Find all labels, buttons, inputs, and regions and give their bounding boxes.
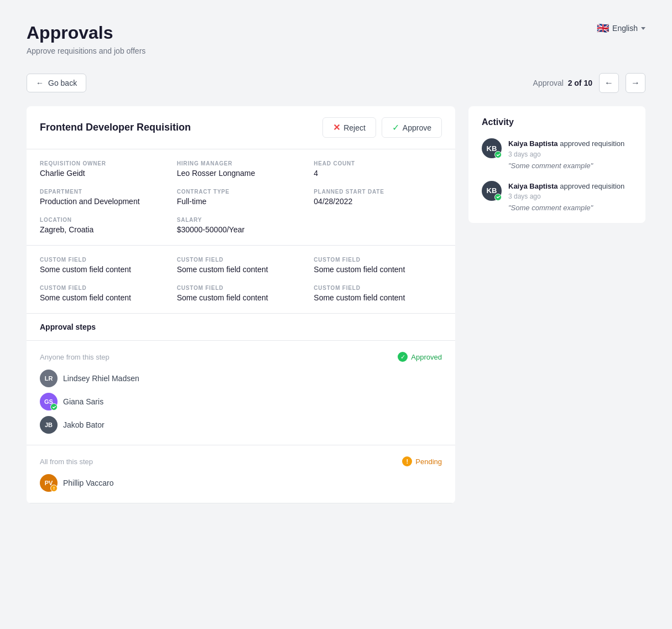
- fields-grid: REQUISITION OWNER Charlie Geidt HIRING M…: [40, 160, 442, 234]
- approver-name: Phillip Vaccaro: [63, 479, 114, 487]
- step-1-header: Anyone from this step ✓ Approved: [40, 352, 442, 362]
- approve-button[interactable]: ✓ Approve: [382, 117, 442, 138]
- approve-label: Approve: [403, 123, 431, 132]
- requisition-card: Frontend Developer Requisition ✕ Reject …: [27, 106, 455, 503]
- field-location: LOCATION Zagreb, Croatia: [40, 217, 168, 234]
- field-start-date: PLANNED START DATE 04/28/2022: [314, 189, 442, 206]
- custom-fields-section: CUSTOM FIELD Some custom field content C…: [27, 246, 455, 314]
- approver-list-2: PV ! Phillip Vaccaro: [40, 474, 442, 492]
- reject-button[interactable]: ✕ Reject: [322, 117, 376, 138]
- next-approval-button[interactable]: →: [626, 73, 645, 93]
- field-label: CONTRACT TYPE: [177, 189, 305, 195]
- page-title: Approvals: [27, 22, 145, 43]
- field-salary: Salary $30000-50000/Year: [177, 217, 305, 234]
- custom-field-value: Some custom field content: [177, 265, 305, 274]
- chevron-down-icon: [641, 27, 645, 30]
- field-hiring-manager: HIRING MANAGER Leo Rosser Longname: [177, 160, 305, 178]
- language-selector[interactable]: 🇬🇧 English: [597, 22, 645, 34]
- approver-name: Jakob Bator: [63, 420, 105, 429]
- activity-list: KB Kaiya Baptista approved requisition 3…: [482, 138, 632, 212]
- activity-content-2: Kaiya Baptista approved requisition 3 da…: [508, 181, 624, 212]
- approved-dot-icon: ✓: [398, 352, 408, 362]
- language-label: English: [612, 24, 638, 33]
- field-label: REQUISITION OWNER: [40, 160, 168, 167]
- go-back-button[interactable]: ← Go back: [27, 74, 86, 92]
- step-1-status-label: Approved: [411, 353, 442, 361]
- field-value: Charlie Geidt: [40, 169, 168, 178]
- page-header: Approvals Approve requisitions and job o…: [27, 22, 645, 55]
- left-arrow-icon: ←: [605, 78, 613, 88]
- approver-item: LR Lindsey Rhiel Madsen: [40, 370, 442, 387]
- activity-content-1: Kaiya Baptista approved requisition 3 da…: [508, 138, 624, 170]
- custom-field-4: CUSTOM FIELD Some custom field content: [40, 285, 168, 302]
- activity-avatar-wrap: KB: [482, 138, 502, 158]
- nav-bar: ← Go back Approval 2 of 10 ← →: [27, 73, 645, 93]
- approval-steps-header: Approval steps: [27, 314, 455, 341]
- step-2-status-label: Pending: [415, 458, 442, 466]
- avatar-wrap: PV !: [40, 474, 58, 492]
- approver-name: Giana Saris: [63, 397, 103, 406]
- field-department: DEPARTMENT Production and Development: [40, 189, 168, 206]
- field-label: DEPARTMENT: [40, 189, 168, 195]
- activity-user: Kaiya Baptista: [508, 182, 558, 190]
- field-value: 4: [314, 169, 442, 178]
- approval-steps-label: Approval steps: [40, 323, 96, 331]
- page-subtitle: Approve requisitions and job offers: [27, 46, 145, 55]
- avatar-wrap: LR: [40, 370, 58, 387]
- field-label: LOCATION: [40, 217, 168, 223]
- go-back-label: Go back: [48, 79, 77, 87]
- field-label: PLANNED START DATE: [314, 189, 442, 195]
- approver-name: Lindsey Rhiel Madsen: [63, 374, 139, 383]
- activity-title: Activity: [482, 117, 632, 127]
- custom-field-value: Some custom field content: [314, 265, 442, 274]
- activity-approved-badge-icon-2: [494, 194, 502, 201]
- step-1-type: Anyone from this step: [40, 353, 110, 361]
- field-head-count: HEAD COUNT 4: [314, 160, 442, 178]
- pending-dot-icon: !: [402, 456, 412, 466]
- avatar: JB: [40, 416, 58, 434]
- avatar-wrap: GS: [40, 393, 58, 410]
- field-value: Zagreb, Croatia: [40, 225, 168, 234]
- page-title-section: Approvals Approve requisitions and job o…: [27, 22, 145, 55]
- field-value: $30000-50000/Year: [177, 225, 305, 234]
- activity-comment: "Some comment example": [508, 162, 624, 170]
- activity-item: KB Kaiya Baptista approved requisition 3…: [482, 138, 632, 170]
- step-2-type: All from this step: [40, 458, 93, 466]
- custom-field-label: CUSTOM FIELD: [40, 285, 168, 291]
- activity-time: 3 days ago: [508, 193, 624, 200]
- prev-approval-button[interactable]: ←: [599, 73, 619, 93]
- custom-field-value: Some custom field content: [40, 293, 168, 302]
- main-content: Frontend Developer Requisition ✕ Reject …: [27, 106, 645, 503]
- approver-item: GS Giana Saris: [40, 393, 442, 410]
- step-1-status-badge: ✓ Approved: [398, 352, 442, 362]
- field-requisition-owner: REQUISITION OWNER Charlie Geidt: [40, 160, 168, 178]
- custom-field-1: CUSTOM FIELD Some custom field content: [40, 257, 168, 274]
- custom-fields-grid: CUSTOM FIELD Some custom field content C…: [40, 257, 442, 302]
- avatar: LR: [40, 370, 58, 387]
- approval-step-1: Anyone from this step ✓ Approved LR Lind…: [27, 341, 455, 445]
- nav-right: Approval 2 of 10 ← →: [533, 73, 645, 93]
- check-icon: ✓: [392, 122, 399, 133]
- flag-icon: 🇬🇧: [597, 22, 609, 34]
- step-2-header: All from this step ! Pending: [40, 456, 442, 466]
- avatar-wrap: JB: [40, 416, 58, 434]
- custom-field-value: Some custom field content: [314, 293, 442, 302]
- x-icon: ✕: [333, 122, 340, 133]
- pending-badge-icon: !: [50, 485, 58, 492]
- approval-counter: Approval 2 of 10: [533, 79, 592, 87]
- left-arrow-icon: ←: [36, 79, 44, 87]
- field-contract-type: CONTRACT TYPE Full-time: [177, 189, 305, 206]
- approval-counter-display: 2 of 10: [568, 79, 592, 87]
- left-panel: Frontend Developer Requisition ✕ Reject …: [27, 106, 455, 503]
- approver-item: PV ! Phillip Vaccaro: [40, 474, 442, 492]
- activity-avatar-wrap: KB: [482, 181, 502, 201]
- main-fields-section: REQUISITION OWNER Charlie Geidt HIRING M…: [27, 149, 455, 246]
- field-value: Full-time: [177, 197, 305, 206]
- field-value: Leo Rosser Longname: [177, 169, 305, 178]
- field-label: HEAD COUNT: [314, 160, 442, 167]
- custom-field-label: CUSTOM FIELD: [314, 285, 442, 291]
- approval-counter-prefix: Approval: [533, 79, 564, 87]
- activity-user: Kaiya Baptista: [508, 139, 558, 148]
- activity-time: 3 days ago: [508, 150, 624, 158]
- field-label: HIRING MANAGER: [177, 160, 305, 167]
